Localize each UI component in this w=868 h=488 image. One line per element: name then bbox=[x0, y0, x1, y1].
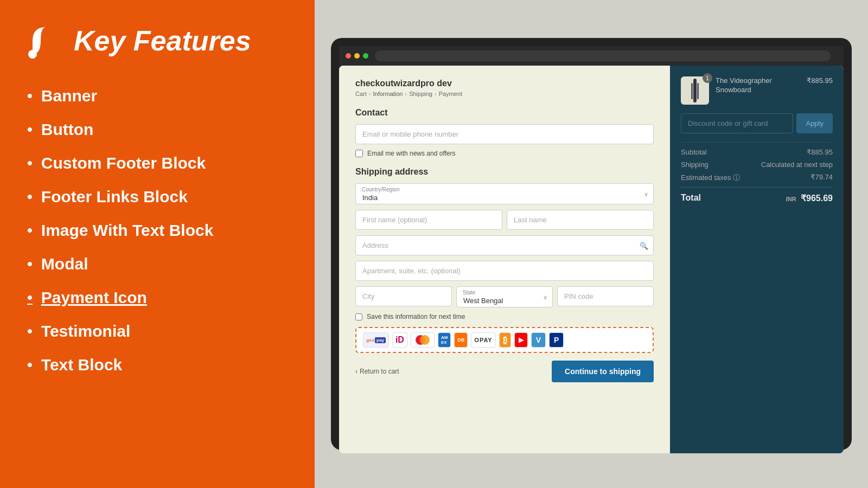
breadcrumb-shipping: Shipping bbox=[409, 91, 432, 97]
country-group: Country/Region India ∨ bbox=[355, 183, 654, 204]
feature-image-text: Image With Text Block bbox=[27, 221, 288, 240]
email-input[interactable] bbox=[355, 124, 654, 144]
feature-button: Button bbox=[27, 120, 288, 139]
giropay-icon: giropay bbox=[363, 332, 389, 348]
shipping-section-title: Shipping address bbox=[355, 167, 654, 177]
breadcrumb: Cart › Information › Shipping › Payment bbox=[355, 91, 654, 97]
save-info-checkbox[interactable] bbox=[355, 313, 362, 320]
apt-input[interactable] bbox=[355, 261, 654, 281]
right-panel: checkoutwizardpro dev Cart › Information… bbox=[315, 0, 868, 488]
address-input-wrapper: 🔍 bbox=[355, 235, 654, 255]
browser-dots bbox=[346, 53, 368, 59]
checkout-content: checkoutwizardpro dev Cart › Information… bbox=[339, 66, 844, 453]
form-actions: ‹ Return to cart Continue to shipping bbox=[355, 361, 654, 382]
breadcrumb-sep-2: › bbox=[405, 91, 407, 97]
mastercard-icon bbox=[411, 332, 435, 348]
shipping-line: Shipping Calculated at next step bbox=[681, 160, 833, 169]
laptop-frame: checkoutwizardpro dev Cart › Information… bbox=[331, 38, 852, 450]
discover-icon: DB bbox=[454, 332, 468, 348]
last-name-input[interactable] bbox=[507, 210, 654, 230]
logo-header: Key Features bbox=[27, 22, 288, 60]
address-group: 🔍 bbox=[355, 235, 654, 255]
breadcrumb-sep-3: › bbox=[435, 91, 437, 97]
amex-icon: AMEX bbox=[438, 332, 451, 348]
feature-custom-footer: Custom Footer Block bbox=[27, 154, 288, 172]
checkout-form: checkoutwizardpro dev Cart › Information… bbox=[339, 66, 670, 453]
shipping-value: Calculated at next step bbox=[761, 160, 833, 169]
svg-rect-3 bbox=[693, 79, 697, 102]
discount-row: Apply bbox=[681, 113, 833, 133]
country-select[interactable]: India bbox=[355, 183, 654, 204]
bitcoin-icon: ₿ bbox=[499, 332, 511, 348]
product-quantity-badge: 1 bbox=[703, 73, 712, 83]
ideal-icon: iD bbox=[392, 332, 407, 348]
total-line: Total INR ₹965.69 bbox=[681, 187, 833, 203]
feature-modal: Modal bbox=[27, 255, 288, 273]
address-search-icon: 🔍 bbox=[640, 241, 648, 249]
paypal-icon: P bbox=[549, 332, 564, 348]
email-news-checkbox[interactable] bbox=[355, 150, 363, 157]
order-summary: 1 The Videographer Snowboard ₹885.95 App… bbox=[670, 66, 844, 453]
name-row bbox=[355, 210, 654, 230]
email-group bbox=[355, 124, 654, 144]
product-name: The Videographer Snowboard bbox=[716, 76, 800, 95]
feature-text-block: Text Block bbox=[27, 356, 288, 374]
feature-list: Banner Button Custom Footer Block Footer… bbox=[27, 87, 288, 374]
continue-to-shipping-button[interactable]: Continue to shipping bbox=[552, 361, 654, 382]
breadcrumb-sep-1: › bbox=[369, 91, 371, 97]
dot-yellow[interactable] bbox=[354, 53, 360, 59]
city-group bbox=[355, 286, 452, 307]
contact-section-title: Contact bbox=[355, 108, 654, 118]
email-news-label: Email me with news and offers bbox=[367, 150, 456, 157]
svg-rect-5 bbox=[697, 83, 699, 99]
city-input[interactable] bbox=[355, 286, 452, 306]
country-label: Country/Region bbox=[362, 187, 399, 192]
feature-payment-icon: Payment Icon bbox=[27, 288, 288, 307]
breadcrumb-information: Information bbox=[373, 91, 403, 97]
feature-banner: Banner bbox=[27, 87, 288, 105]
product-price: ₹885.95 bbox=[807, 76, 833, 85]
dot-red[interactable] bbox=[346, 53, 351, 59]
total-currency: INR bbox=[786, 196, 796, 202]
save-info-label: Save this information for next time bbox=[367, 313, 465, 320]
feature-testimonial: Testimonial bbox=[27, 322, 288, 341]
total-label: Total bbox=[681, 193, 701, 203]
venmo-icon: V bbox=[531, 332, 546, 348]
subtotal-line: Subtotal ₹885.95 bbox=[681, 148, 833, 156]
state-label: State bbox=[463, 290, 475, 296]
taxes-value: ₹79.74 bbox=[810, 173, 833, 183]
browser-bar bbox=[339, 46, 844, 66]
address-input[interactable] bbox=[355, 235, 654, 255]
discount-input[interactable] bbox=[681, 113, 793, 133]
email-news-row: Email me with news and offers bbox=[355, 150, 654, 157]
first-name-input[interactable] bbox=[355, 210, 502, 230]
breadcrumb-cart: Cart bbox=[355, 91, 367, 97]
logo-icon bbox=[27, 22, 65, 60]
breadcrumb-payment: Payment bbox=[439, 91, 462, 97]
pin-input[interactable] bbox=[557, 286, 654, 306]
pin-group bbox=[557, 286, 654, 307]
apply-button[interactable]: Apply bbox=[796, 113, 833, 133]
taxes-line: Estimated taxes ⓘ ₹79.74 bbox=[681, 173, 833, 183]
shipping-label: Shipping bbox=[681, 160, 709, 169]
dot-green[interactable] bbox=[363, 53, 368, 59]
product-row: 1 The Videographer Snowboard ₹885.95 bbox=[681, 76, 833, 105]
last-name-group bbox=[507, 210, 654, 230]
country-select-wrapper: Country/Region India ∨ bbox=[355, 183, 654, 204]
left-panel: Key Features Banner Button Custom Footer… bbox=[0, 0, 315, 488]
summary-divider bbox=[681, 142, 833, 143]
svg-point-2 bbox=[420, 335, 430, 345]
url-bar[interactable] bbox=[375, 50, 831, 61]
youtube-icon: ▶ bbox=[514, 332, 528, 348]
return-cart-label: Return to cart bbox=[360, 368, 399, 375]
shipping-address-section: Shipping address Country/Region India ∨ bbox=[355, 167, 654, 320]
feature-footer-links: Footer Links Block bbox=[27, 188, 288, 206]
product-info: The Videographer Snowboard bbox=[716, 76, 800, 95]
total-value: INR ₹965.69 bbox=[786, 193, 833, 203]
state-group: State West Bengal ∨ bbox=[456, 286, 553, 307]
return-cart-link[interactable]: ‹ Return to cart bbox=[355, 368, 399, 375]
taxes-label: Estimated taxes ⓘ bbox=[681, 173, 740, 183]
state-select-wrapper: State West Bengal ∨ bbox=[456, 286, 553, 307]
product-thumbnail: 1 bbox=[681, 76, 709, 105]
apt-group bbox=[355, 261, 654, 281]
